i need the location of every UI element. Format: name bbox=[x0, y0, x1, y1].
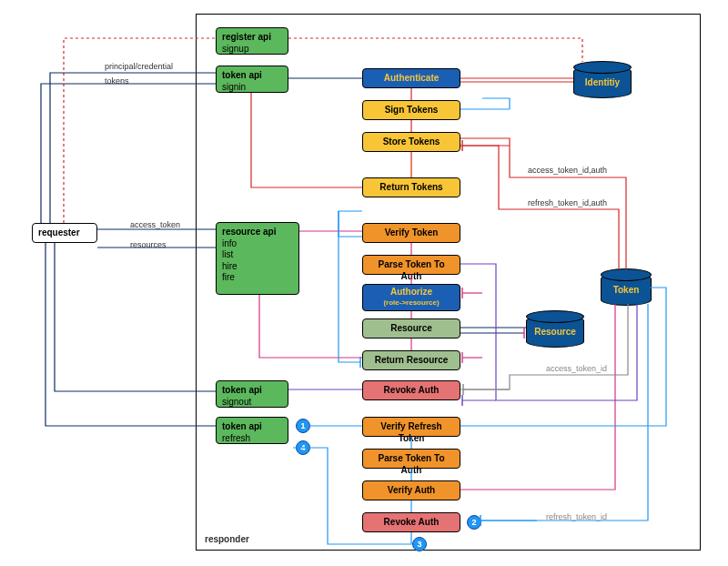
step-store-tokens: Store Tokens bbox=[362, 132, 460, 152]
api-token-refresh-title: token api bbox=[222, 421, 282, 433]
api-resource: resource api info list hire fire bbox=[216, 222, 299, 295]
api-resource-sub-2: hire bbox=[222, 261, 293, 273]
step-authorize: Authorize (role->resource) bbox=[362, 284, 460, 311]
requester-label: requester bbox=[38, 227, 80, 238]
badge-1: 1 bbox=[296, 419, 310, 433]
api-resource-sub-1: list bbox=[222, 249, 293, 261]
label-access-token: access_token bbox=[130, 220, 180, 229]
badge-4: 4 bbox=[296, 440, 310, 455]
step-resource: Resource bbox=[362, 318, 460, 339]
badge-3: 3 bbox=[412, 537, 427, 551]
badge-2: 2 bbox=[467, 515, 481, 530]
label-ati: access_token_id bbox=[546, 364, 607, 373]
api-token-signout-title: token api bbox=[222, 385, 282, 397]
step-parse-token-2: Parse Token To Auth bbox=[362, 449, 460, 469]
step-revoke-auth-2-label: Revoke Auth bbox=[384, 517, 440, 527]
api-token-signout-sub: signout bbox=[222, 397, 282, 409]
api-token-refresh-sub: refresh bbox=[222, 433, 282, 445]
api-token-signin-sub: signin bbox=[222, 82, 282, 94]
step-return-tokens: Return Tokens bbox=[362, 177, 460, 197]
label-principal: principal/credential bbox=[105, 62, 173, 71]
store-token: Token bbox=[601, 273, 652, 306]
store-resource: Resource bbox=[526, 315, 584, 348]
diagram-canvas: responder requester register api signup … bbox=[0, 0, 728, 566]
store-token-label: Token bbox=[613, 285, 640, 295]
api-register: register api signup bbox=[216, 27, 288, 55]
label-rti: refresh_token_id bbox=[546, 512, 607, 521]
step-verify-auth: Verify Auth bbox=[362, 480, 460, 500]
api-token-signout: token api signout bbox=[216, 380, 288, 408]
step-verify-auth-label: Verify Auth bbox=[388, 485, 435, 495]
step-verify-refresh: Verify Refresh Token bbox=[362, 417, 460, 437]
step-return-resource: Return Resource bbox=[362, 350, 460, 370]
step-authenticate: Authenticate bbox=[362, 68, 460, 88]
requester-box: requester bbox=[32, 223, 97, 243]
step-sign-tokens: Sign Tokens bbox=[362, 100, 460, 120]
responder-label: responder bbox=[205, 534, 249, 544]
step-authorize-sub: (role->resource) bbox=[369, 298, 454, 308]
step-store-tokens-label: Store Tokens bbox=[383, 136, 440, 147]
step-resource-label: Resource bbox=[390, 323, 432, 333]
api-token-signin: token api signin bbox=[216, 66, 288, 93]
step-revoke-auth-1: Revoke Auth bbox=[362, 380, 460, 400]
store-resource-label: Resource bbox=[534, 327, 576, 337]
label-ati-auth: access_token_id,auth bbox=[528, 166, 607, 175]
step-revoke-auth-2: Revoke Auth bbox=[362, 512, 460, 532]
label-resources: resources bbox=[130, 240, 167, 249]
store-identity: Identitiy bbox=[573, 66, 632, 98]
step-revoke-auth-1-label: Revoke Auth bbox=[384, 385, 440, 395]
api-token-signin-title: token api bbox=[222, 70, 282, 82]
step-authorize-title: Authorize bbox=[369, 287, 454, 298]
step-parse-token: Parse Token To Auth bbox=[362, 255, 460, 275]
step-authenticate-label: Authenticate bbox=[384, 73, 440, 83]
step-sign-tokens-label: Sign Tokens bbox=[385, 105, 439, 115]
api-register-sub: signup bbox=[222, 44, 282, 56]
api-register-title: register api bbox=[222, 32, 282, 44]
step-return-resource-label: Return Resource bbox=[375, 355, 449, 365]
label-rti-auth: refresh_token_id,auth bbox=[528, 198, 607, 207]
api-resource-title: resource api bbox=[222, 227, 293, 238]
api-resource-sub-3: fire bbox=[222, 272, 293, 284]
api-token-refresh: token api refresh bbox=[216, 417, 288, 444]
step-verify-token-label: Verify Token bbox=[385, 227, 439, 238]
label-tokens: tokens bbox=[105, 76, 129, 86]
store-identity-label: Identitiy bbox=[585, 77, 620, 87]
api-resource-sub-0: info bbox=[222, 238, 293, 250]
step-return-tokens-label: Return Tokens bbox=[379, 182, 442, 192]
step-verify-token: Verify Token bbox=[362, 223, 460, 243]
